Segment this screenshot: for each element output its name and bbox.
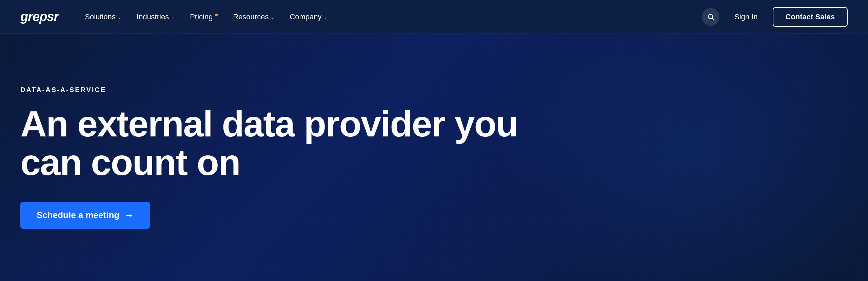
- search-icon: [707, 13, 714, 21]
- industries-label: Industries: [137, 13, 169, 21]
- contact-sales-button[interactable]: Contact Sales: [773, 7, 848, 27]
- nav-item-company[interactable]: Company ⌄: [283, 9, 334, 25]
- resources-label: Resources: [233, 13, 269, 21]
- company-label: Company: [290, 13, 321, 21]
- nav-item-resources[interactable]: Resources ⌄: [227, 9, 281, 25]
- hero-content: DATA-AS-A-SERVICE An external data provi…: [20, 86, 563, 229]
- solutions-chevron-icon: ⌄: [118, 14, 122, 20]
- nav-item-solutions[interactable]: Solutions ⌄: [79, 9, 128, 25]
- schedule-meeting-button[interactable]: Schedule a meeting →: [20, 202, 150, 229]
- sign-in-link[interactable]: Sign In: [729, 9, 763, 25]
- hero-section: DATA-AS-A-SERVICE An external data provi…: [0, 34, 868, 281]
- navbar: grepsr Solutions ⌄ Industries ⌄ Pricing …: [0, 0, 868, 34]
- cta-label: Schedule a meeting: [37, 210, 119, 220]
- resources-chevron-icon: ⌄: [271, 14, 275, 20]
- solutions-label: Solutions: [85, 13, 116, 21]
- nav-item-industries[interactable]: Industries ⌄: [131, 9, 181, 25]
- hero-label: DATA-AS-A-SERVICE: [20, 86, 563, 94]
- nav-links: Solutions ⌄ Industries ⌄ Pricing • Resou…: [79, 9, 334, 25]
- search-button[interactable]: [702, 8, 719, 26]
- logo[interactable]: grepsr: [20, 9, 58, 24]
- svg-line-1: [712, 18, 714, 20]
- navbar-left: grepsr Solutions ⌄ Industries ⌄ Pricing …: [20, 9, 334, 25]
- pricing-label: Pricing: [190, 13, 213, 21]
- company-chevron-icon: ⌄: [324, 14, 328, 20]
- nav-item-pricing[interactable]: Pricing •: [184, 9, 224, 25]
- cta-arrow-icon: →: [124, 210, 134, 221]
- industries-chevron-icon: ⌄: [171, 14, 175, 20]
- hero-title: An external data provider you can count …: [20, 105, 563, 181]
- navbar-right: Sign In Contact Sales: [702, 7, 848, 27]
